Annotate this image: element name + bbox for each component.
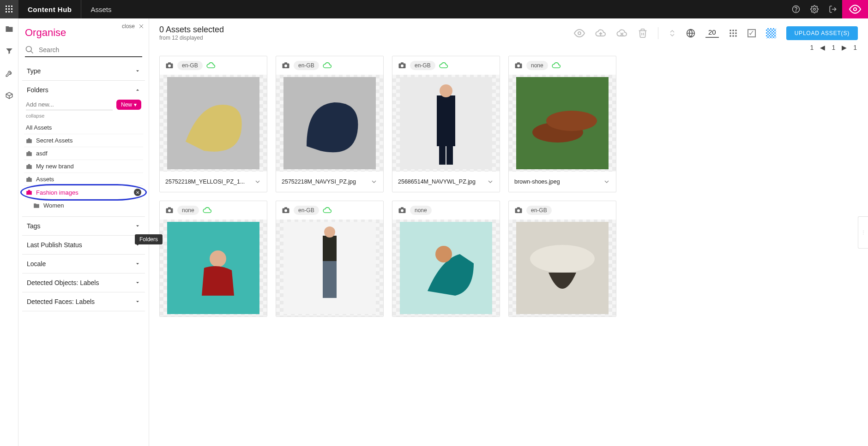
tree-item-fashion-images[interactable]: Fashion images ✕ <box>24 186 143 199</box>
page-size-select[interactable]: 20 <box>705 28 719 38</box>
rail-folder-button[interactable] <box>5 25 13 35</box>
svg-rect-5 <box>11 8 12 10</box>
asset-filename: brown-shoes.jpeg <box>514 178 560 185</box>
view-grid-button[interactable] <box>729 29 737 37</box>
svg-rect-34 <box>732 35 734 36</box>
asset-menu-button[interactable] <box>487 178 494 185</box>
facet-locale-head[interactable]: Locale <box>22 255 145 273</box>
facet-tags-head[interactable]: Tags <box>22 217 145 235</box>
upload-assets-button[interactable]: UPLOAD ASSET(S) <box>786 26 858 40</box>
page-next-button[interactable]: ▶ <box>842 44 847 51</box>
settings-button[interactable] <box>805 0 824 18</box>
collapse-tree-link[interactable]: collapse <box>24 113 143 121</box>
svg-point-13 <box>854 8 857 11</box>
camera-icon <box>282 206 290 214</box>
asset-card[interactable]: none <box>392 201 500 317</box>
sort-button[interactable] <box>669 30 676 37</box>
svg-rect-6 <box>6 11 7 12</box>
tree-item-secret-assets[interactable]: Secret Assets <box>24 134 143 147</box>
delete-button[interactable] <box>638 28 648 38</box>
chevron-down-icon <box>135 68 140 74</box>
eye-icon <box>574 28 585 39</box>
section-title: Assets <box>81 6 121 13</box>
preview-button[interactable] <box>574 28 585 39</box>
asset-thumbnail[interactable] <box>276 75 383 172</box>
select-all-button[interactable]: ✓ <box>747 29 756 37</box>
deselect-folder-button[interactable]: ✕ <box>134 189 141 196</box>
cloud-icon <box>203 206 212 215</box>
logout-button[interactable] <box>824 0 842 18</box>
facet-do-head[interactable]: Detected Objects: Labels <box>22 274 145 292</box>
help-button[interactable] <box>787 0 805 18</box>
svg-rect-21 <box>26 178 32 182</box>
asset-thumbnail[interactable] <box>276 220 383 316</box>
tree-item-my-new-brand[interactable]: My new brand <box>24 160 143 173</box>
facet-lps-head[interactable]: Last Publish Status <box>22 236 145 254</box>
facet-type-head[interactable]: Type <box>22 62 145 80</box>
svg-rect-41 <box>284 62 287 64</box>
new-folder-button-label: New <box>121 101 132 108</box>
svg-rect-35 <box>735 35 736 36</box>
svg-rect-1 <box>8 6 10 7</box>
add-folder-input[interactable] <box>26 99 113 110</box>
page-total-right: 1 <box>853 44 857 51</box>
svg-point-10 <box>796 11 796 11</box>
cloud-icon <box>206 61 216 70</box>
svg-rect-50 <box>168 207 171 208</box>
asset-card[interactable]: en-GB 25752218M_NAVYSI_PZ.jpg <box>276 56 384 192</box>
gear-icon <box>810 5 819 13</box>
apps-menu-button[interactable] <box>0 0 18 18</box>
sort-icon <box>669 30 676 37</box>
asset-card[interactable]: en-GB <box>508 201 616 317</box>
funnel-icon <box>5 47 13 55</box>
tree-item-label: Women <box>43 202 64 209</box>
tree-item-assets[interactable]: Assets <box>24 173 143 186</box>
asset-card[interactable]: en-GB 25752218M_YELLOSI_PZ_1... <box>159 56 267 192</box>
locale-filter-button[interactable] <box>686 29 695 38</box>
svg-point-46 <box>517 65 520 67</box>
tree-item-women[interactable]: Women <box>24 199 143 212</box>
asset-card[interactable]: none brown-shoes.jpeg <box>508 56 616 192</box>
asset-thumbnail[interactable] <box>509 220 616 316</box>
asset-menu-button[interactable] <box>254 178 261 185</box>
search-input[interactable] <box>39 46 142 54</box>
asset-thumbnail[interactable] <box>392 75 500 172</box>
drawer-handle[interactable]: ⋮ <box>858 216 868 249</box>
page-current: 1 <box>832 44 835 51</box>
chevron-down-icon <box>135 223 140 229</box>
asset-menu-button[interactable] <box>603 178 610 185</box>
asset-thumbnail[interactable] <box>160 75 267 172</box>
facet-last-publish-status: Last Publish Status <box>22 236 145 255</box>
organise-close-button[interactable]: close <box>122 23 144 30</box>
organise-search[interactable] <box>25 44 142 57</box>
tree-item-all-assets[interactable]: All Assets <box>24 121 143 134</box>
asset-card[interactable]: none <box>159 201 267 317</box>
page-prev-button[interactable]: ◀ <box>820 44 825 51</box>
asset-thumbnail[interactable] <box>160 220 267 316</box>
asset-thumbnail[interactable] <box>392 220 500 316</box>
transparency-button[interactable] <box>766 28 776 38</box>
facet-df-head[interactable]: Detected Faces: Labels <box>22 292 145 311</box>
asset-thumbnail[interactable] <box>509 75 616 172</box>
facet-folders-label: Folders <box>27 86 48 94</box>
folder-icon <box>5 25 13 33</box>
locale-badge: en-GB <box>177 61 203 70</box>
preview-mode-button[interactable] <box>842 0 868 18</box>
asset-card[interactable]: en-GB 25686514M_NAVYWL_PZ.jpg <box>392 56 500 192</box>
rail-package-button[interactable] <box>5 91 13 101</box>
close-label: close <box>122 23 135 30</box>
unpublish-button[interactable] <box>616 28 627 39</box>
camera-icon <box>165 61 174 70</box>
publish-button[interactable] <box>595 28 606 39</box>
checker-icon <box>766 28 776 38</box>
tree-item-asdf[interactable]: asdf <box>24 147 143 160</box>
rail-tools-button[interactable] <box>5 69 13 79</box>
box-icon <box>5 91 13 100</box>
asset-menu-button[interactable] <box>370 178 378 185</box>
rail-filter-button[interactable] <box>5 47 13 57</box>
svg-rect-20 <box>26 165 32 169</box>
facet-folders-head[interactable]: Folders <box>22 81 145 99</box>
asset-card[interactable]: en-GB <box>276 201 384 317</box>
new-folder-button[interactable]: New ▾ <box>116 100 141 110</box>
cloud-icon <box>439 61 448 70</box>
